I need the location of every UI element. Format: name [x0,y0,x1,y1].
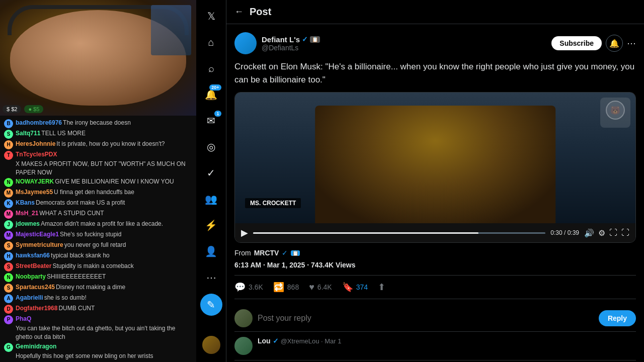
chat-avatar: A [4,294,13,303]
pip-icon[interactable]: ⛶ [609,228,617,237]
chat-message: HHeresJohnnie It is private, how do you … [4,140,192,149]
time-display: 0:30 / 0:39 [550,229,579,236]
chat-text: You can take the bitch out da ghetto, bu… [16,324,192,341]
chat-message: AAgabrielli she is so dumb! [4,294,192,303]
svg-text:🐻: 🐻 [610,106,620,115]
nav-communities[interactable]: 👥 [199,187,223,211]
chat-username: Spartacus245 [16,283,55,292]
fullscreen-icon[interactable]: ⛶ [621,228,629,237]
twitter-sidebar: 𝕏 ⌂ ⌕ 🔔 20+ ✉ 1 ◎ ✓ 👥 ⚡ 👤 ⋯ ✎ [196,0,226,362]
donation-green: ● $5 [24,105,43,113]
special-badge: 📋 [310,36,320,43]
nav-user-avatar[interactable] [202,336,220,354]
like-stat[interactable]: ♥ 6.4K [309,282,332,293]
source-row: From MRCTV ✓ 📋 [234,249,636,257]
video-container: MS. CROCKETT 🐻 ▶ 0:30 / 0:39 [234,92,636,243]
reply-button[interactable]: Reply [599,310,636,326]
chat-username: Dogfather1968 [16,304,57,313]
chat-text: SHIIIIEEEEEEEEEET [47,273,106,281]
nav-profile[interactable]: 👤 [199,239,223,263]
source-badge: 📋 [291,250,300,256]
subscribe-button[interactable]: Subscribe [551,36,602,50]
post-header: ← Post [226,0,644,24]
dollar-icon: $ [7,106,10,112]
notifications-badge: 20+ [209,84,221,90]
chat-message: Jjdownes Amazon didn't make a profit for… [4,220,192,229]
share-icon: ⬆ [378,282,385,293]
chat-username: Geminidragon [16,342,56,351]
post-title: Post [250,6,271,18]
reply-stat[interactable]: 💬 3.6K [234,282,263,293]
reply-avatar [234,309,253,327]
person-icon: 👤 [205,245,217,257]
chat-text: She's so fucking stupid [60,230,121,239]
more-options-button[interactable]: ⋯ [627,38,636,49]
volume-icon[interactable]: 🔊 [584,228,594,238]
chat-text: X MAKES A PROFIT NOW, BUT NOT "WORTH" AS… [16,160,192,177]
reply-input[interactable] [258,314,594,323]
notification-bell-button[interactable]: 🔔 [606,35,623,52]
nav-verified[interactable]: ✓ [199,161,223,185]
chat-avatar: S [4,262,13,272]
search-icon: ⌕ [208,63,214,74]
comment-verified-icon: ✓ [273,337,279,345]
home-icon: ⌂ [208,37,214,48]
comment-content: Lou ✓ @XtremeLou · Mar 1 [258,337,342,345]
chat-text: Democrats dont make US a profit [36,199,125,207]
chat-username: MajesticEagle1 [16,230,59,239]
reply-box: Reply [234,305,636,332]
author-handle: @DefiantLs [262,44,320,52]
chat-username: MsH_21 [16,209,38,218]
chat-username: jdownes [16,220,40,228]
messages-badge: 1 [214,111,221,117]
chat-username: HeresJohnnie [16,140,55,148]
nav-more[interactable]: ⋯ [199,265,223,290]
chat-username: KBans [16,199,35,207]
chat-avatar: M [4,231,13,240]
compose-button[interactable]: ✎ [200,294,222,316]
post-meta: 6:13 AM · Mar 1, 2025 · 743.4K Views [234,261,636,269]
share-stat[interactable]: ⬆ [378,282,385,293]
chat-username: badhombre6976 [16,119,62,127]
chat-message: NNoobparty SHIIIIEEEEEEEEEET [4,273,192,282]
chat-text: It is private, how do you know it doesn'… [56,140,165,148]
chat-message: TTnTcyclesPDX X MAKES A PROFIT NOW, BUT … [4,150,192,176]
nav-search[interactable]: ⌕ [199,56,223,80]
author-avatar[interactable] [234,32,257,54]
bookmark-stat[interactable]: 🔖 374 [342,282,368,293]
chat-username: TnTcyclesPDX [16,150,57,159]
chat-message: MMsH_21 WHAT A STUPID CUNT [4,209,192,219]
progress-fill [253,232,478,234]
back-button[interactable]: ← [234,7,244,17]
nav-notifications[interactable]: 🔔 20+ [199,82,223,107]
chat-message: MMajesticEagle1 She's so fucking stupid [4,230,192,240]
comment-name: Lou ✓ @XtremeLou · Mar 1 [258,337,342,345]
retweet-stat[interactable]: 🔁 868 [273,282,299,293]
settings-icon[interactable]: ⚙ [598,228,605,238]
chat-text: Disney not making a dime [56,283,125,292]
chat-avatar: N [4,178,13,187]
play-button[interactable]: ▶ [241,227,248,238]
source-verified-icon: ✓ [282,249,288,257]
chat-text: DUMB CUNT [58,304,95,313]
chat-avatar: N [4,273,13,282]
streamer-face [0,0,196,116]
chat-avatar: J [4,220,13,229]
chat-avatar: M [4,189,13,198]
chat-username: hawksfan66 [16,251,50,260]
mail-icon: ✉ [207,115,215,127]
coin-icon: ● [28,106,32,112]
video-controls: ▶ 0:30 / 0:39 🔊 ⚙ ⛶ ⛶ [235,223,635,242]
grok-icon: ◎ [207,141,215,153]
nav-premium[interactable]: ⚡ [199,213,223,237]
verified-icon: ✓ [207,167,215,179]
nav-grok[interactable]: ◎ [199,135,223,159]
chat-message: KKBans Democrats dont make US a profit [4,199,192,208]
chat-message: SSymmetriculture you never go full retar… [4,241,192,250]
nav-messages[interactable]: ✉ 1 [199,109,223,133]
nav-x-logo[interactable]: 𝕏 [199,4,223,28]
author-details: Defiant L's ✓ 📋 @DefiantLs [262,35,320,52]
progress-bar[interactable] [253,232,545,234]
nav-home[interactable]: ⌂ [199,30,223,54]
compose-icon: ✎ [207,299,215,311]
